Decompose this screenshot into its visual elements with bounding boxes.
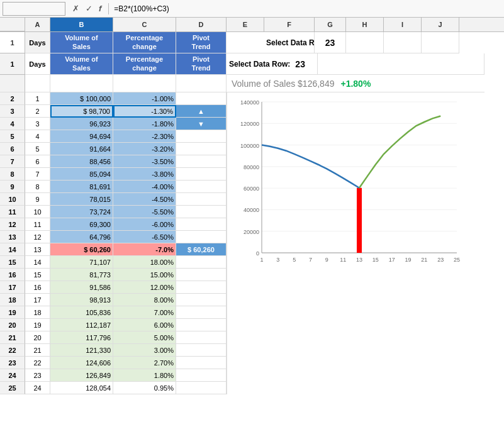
col-header-h[interactable]: H: [346, 18, 384, 31]
cell-sales-2[interactable]: $ 98,700: [50, 105, 113, 118]
cell-day-7[interactable]: 7: [25, 168, 50, 181]
cell-pivot-8[interactable]: [176, 181, 227, 193]
cell-pivot-9[interactable]: [176, 193, 227, 206]
cell-1-b[interactable]: Volume ofSales: [50, 32, 113, 53]
col-header-a[interactable]: A: [25, 18, 50, 31]
cell-pct-11[interactable]: -6.00%: [113, 218, 176, 231]
cell-day-13[interactable]: 13: [25, 243, 50, 256]
col-header-e[interactable]: E: [227, 18, 264, 31]
cell-sales-23[interactable]: 126,849: [50, 369, 113, 382]
cell-1-d[interactable]: PivotTrend: [176, 32, 227, 53]
cell-day-12[interactable]: 12: [25, 231, 50, 243]
cell-pivot-4[interactable]: [176, 130, 227, 143]
cell-pivot-12[interactable]: [176, 231, 227, 243]
cell-day-24[interactable]: 24: [25, 382, 50, 394]
cell-sales-20[interactable]: 117,796: [50, 331, 113, 344]
col-header-c[interactable]: C: [113, 18, 176, 31]
cell-pct-19[interactable]: 6.00%: [113, 319, 176, 331]
cell-sales-4[interactable]: 94,694: [50, 130, 113, 143]
col-header-g[interactable]: G: [315, 18, 346, 31]
cell-pct-15[interactable]: 15.00%: [113, 269, 176, 281]
cell-pivot-3[interactable]: ▼: [176, 118, 227, 130]
cell-pct-23[interactable]: 1.80%: [113, 369, 176, 382]
cell-sales-8[interactable]: 81,691: [50, 181, 113, 193]
cell-pivot-10[interactable]: [176, 206, 227, 218]
cell-day-8[interactable]: 8: [25, 181, 50, 193]
function-icon[interactable]: f: [97, 4, 103, 13]
cell-day-14[interactable]: 14: [25, 256, 50, 269]
cell-day-16[interactable]: 16: [25, 281, 50, 294]
cell-sales-18[interactable]: 105,836: [50, 306, 113, 319]
cell-pct-22[interactable]: 2.70%: [113, 357, 176, 369]
cell-day-19[interactable]: 19: [25, 319, 50, 331]
cell-pct-20[interactable]: 5.00%: [113, 331, 176, 344]
select-data-row-value[interactable]: 23: [315, 32, 346, 53]
cell-sales-17[interactable]: 98,913: [50, 294, 113, 306]
cell-sales-16[interactable]: 91,586: [50, 281, 113, 294]
cell-pivot-20[interactable]: [176, 331, 227, 344]
cell-pivot-1[interactable]: [176, 92, 227, 105]
cell-day-21[interactable]: 21: [25, 344, 50, 357]
cell-pivot-16[interactable]: [176, 281, 227, 294]
cell-day-15[interactable]: 15: [25, 269, 50, 281]
cancel-icon[interactable]: ✗: [70, 4, 81, 13]
formula-input[interactable]: [111, 2, 504, 16]
confirm-icon[interactable]: ✓: [84, 4, 94, 13]
name-box[interactable]: [3, 2, 65, 16]
cell-day-22[interactable]: 22: [25, 357, 50, 369]
cell-pivot-11[interactable]: [176, 218, 227, 231]
cell-pivot-6[interactable]: [176, 155, 227, 168]
cell-day-4[interactable]: 4: [25, 130, 50, 143]
cell-day-11[interactable]: 11: [25, 218, 50, 231]
col-header-f[interactable]: F: [264, 18, 315, 31]
cell-sales-9[interactable]: 78,015: [50, 193, 113, 206]
cell-day-17[interactable]: 17: [25, 294, 50, 306]
col-header-d[interactable]: D: [176, 18, 227, 31]
cell-pct-3[interactable]: -1.80%: [113, 118, 176, 130]
cell-pct-4[interactable]: -2.30%: [113, 130, 176, 143]
cell-pivot-24[interactable]: [176, 382, 227, 394]
cell-pivot-7[interactable]: [176, 168, 227, 181]
cell-sales-21[interactable]: 121,330: [50, 344, 113, 357]
cell-pct-16[interactable]: 12.00%: [113, 281, 176, 294]
cell-day-20[interactable]: 20: [25, 331, 50, 344]
cell-sales-6[interactable]: 88,456: [50, 155, 113, 168]
cell-day-9[interactable]: 9: [25, 193, 50, 206]
cell-sales-13[interactable]: $ 60,260: [50, 243, 113, 256]
cell-day-5[interactable]: 5: [25, 143, 50, 155]
cell-pct-9[interactable]: -4.50%: [113, 193, 176, 206]
cell-pivot-14[interactable]: [176, 256, 227, 269]
cell-sales-11[interactable]: 69,300: [50, 218, 113, 231]
col-header-j[interactable]: J: [422, 18, 459, 31]
cell-pivot-19[interactable]: [176, 319, 227, 331]
cell-day-10[interactable]: 10: [25, 206, 50, 218]
cell-pct-7[interactable]: -3.80%: [113, 168, 176, 181]
cell-pct-13[interactable]: -7.0%: [113, 243, 176, 256]
cell-sales-3[interactable]: 96,923: [50, 118, 113, 130]
cell-day-3[interactable]: 3: [25, 118, 50, 130]
cell-pct-24[interactable]: 0.95%: [113, 382, 176, 394]
cell-sales-19[interactable]: 112,187: [50, 319, 113, 331]
cell-sales-1[interactable]: $ 100,000: [50, 92, 113, 105]
cell-sales-12[interactable]: 64,796: [50, 231, 113, 243]
cell-1-a[interactable]: Days: [25, 32, 50, 53]
col-header-b[interactable]: B: [50, 18, 113, 31]
cell-sales-5[interactable]: 91,664: [50, 143, 113, 155]
cell-pivot-21[interactable]: [176, 344, 227, 357]
cell-pivot-17[interactable]: [176, 294, 227, 306]
cell-day-23[interactable]: 23: [25, 369, 50, 382]
col-header-i[interactable]: I: [384, 18, 422, 31]
cell-sales-24[interactable]: 128,054: [50, 382, 113, 394]
cell-pivot-18[interactable]: [176, 306, 227, 319]
cell-pct-6[interactable]: -3.50%: [113, 155, 176, 168]
cell-pivot-13[interactable]: $ 60,260: [176, 243, 227, 256]
cell-pivot-5[interactable]: [176, 143, 227, 155]
cell-sales-22[interactable]: 124,606: [50, 357, 113, 369]
cell-pivot-15[interactable]: [176, 269, 227, 281]
cell-pct-10[interactable]: -5.50%: [113, 206, 176, 218]
cell-pct-21[interactable]: 3.00%: [113, 344, 176, 357]
cell-pct-14[interactable]: 18.00%: [113, 256, 176, 269]
cell-pivot-22[interactable]: [176, 357, 227, 369]
cell-pivot-23[interactable]: [176, 369, 227, 382]
cell-pct-5[interactable]: -3.20%: [113, 143, 176, 155]
